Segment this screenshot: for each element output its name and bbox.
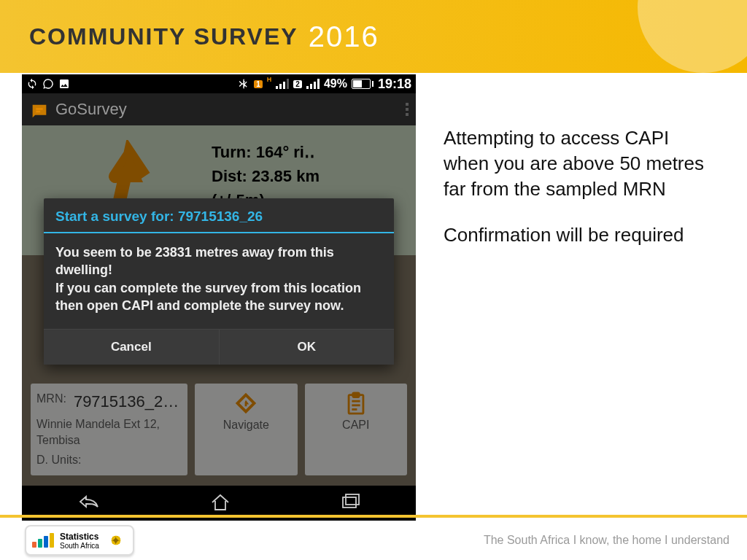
app-action-bar: GoSurvey — [22, 93, 416, 125]
banner-title-primary: COMMUNITY SURVEY — [29, 23, 298, 50]
navigate-icon — [233, 391, 258, 416]
sim2-badge: 2 — [293, 80, 302, 88]
coat-of-arms-icon: ✦ — [105, 529, 127, 551]
bottom-accent-strip — [0, 515, 747, 518]
bluetooth-off-icon — [238, 78, 249, 90]
android-status-bar: 1 H 2 49% 19:18 — [22, 74, 416, 93]
dialog-title: Start a survey for: 79715136_26 — [44, 198, 394, 232]
signal-bars-sim2-icon — [306, 79, 320, 89]
slide-footer: Statistics South Africa ✦ The South Afri… — [0, 521, 747, 560]
sync-icon — [26, 78, 38, 90]
distance-value: Dist: 23.85 km — [212, 164, 320, 188]
overflow-menu-icon[interactable] — [406, 103, 409, 116]
cancel-button[interactable]: Cancel — [44, 330, 220, 365]
mrn-label: MRN: — [36, 391, 66, 413]
clock: 19:18 — [378, 77, 411, 92]
statssa-logo: Statistics South Africa ✦ — [25, 525, 134, 556]
navigate-label: Navigate — [223, 419, 269, 432]
recent-apps-button-icon[interactable] — [340, 493, 362, 513]
app-title: GoSurvey — [55, 100, 127, 119]
capi-card[interactable]: CAPI — [305, 384, 407, 475]
hspa-indicator: H — [267, 76, 272, 83]
mrn-value: 79715136_2… — [74, 391, 179, 413]
slide-header-banner: COMMUNITY SURVEY 2016 — [0, 0, 747, 73]
d-units-label: D. Units: — [36, 452, 81, 468]
whatsapp-icon — [42, 78, 54, 90]
mrn-info-card[interactable]: MRN: 79715136_2… Winnie Mandela Ext 12, … — [31, 384, 187, 475]
turn-value: Turn: 164° ri‥ — [212, 140, 320, 164]
footer-tagline: The South Africa I know, the home I unde… — [484, 534, 729, 547]
navigate-card[interactable]: Navigate — [195, 384, 297, 475]
sim1-badge: 1 — [254, 80, 263, 88]
svg-rect-7 — [346, 494, 359, 505]
battery-percent: 49% — [324, 77, 347, 90]
back-button-icon[interactable] — [76, 492, 101, 514]
dialog-button-row: Cancel OK — [44, 329, 394, 365]
explain-line-2: Confirmation will be required — [444, 222, 718, 248]
gosurvey-logo-icon — [29, 101, 50, 117]
home-button-icon[interactable] — [209, 492, 231, 514]
explain-line-1: Attempting to access CAPI when you are a… — [444, 125, 718, 202]
banner-title-year: 2016 — [309, 20, 379, 53]
capi-label: CAPI — [342, 419, 369, 432]
dialog-message: You seem to be 23831 metres away from th… — [44, 233, 394, 329]
footer-brand: Statistics — [60, 532, 98, 542]
banner-decoration — [441, 0, 747, 73]
signal-bars-sim1-icon — [276, 79, 289, 89]
ok-button[interactable]: OK — [220, 330, 395, 365]
phone-screenshot: 1 H 2 49% 19:18 GoSurvey — [22, 74, 416, 521]
image-icon — [58, 78, 70, 90]
battery-icon — [352, 79, 374, 89]
slide-explanation: Attempting to access CAPI when you are a… — [429, 74, 747, 521]
clipboard-icon — [344, 391, 368, 416]
svg-rect-2 — [353, 393, 360, 397]
bottom-action-cards: MRN: 79715136_2… Winnie Mandela Ext 12, … — [31, 384, 407, 475]
address-value: Winnie Mandela Ext 12, Tembisa — [36, 416, 182, 449]
svg-rect-6 — [343, 497, 356, 508]
footer-brand-sub: South Africa — [60, 542, 99, 550]
confirmation-dialog: Start a survey for: 79715136_26 You seem… — [44, 198, 394, 365]
